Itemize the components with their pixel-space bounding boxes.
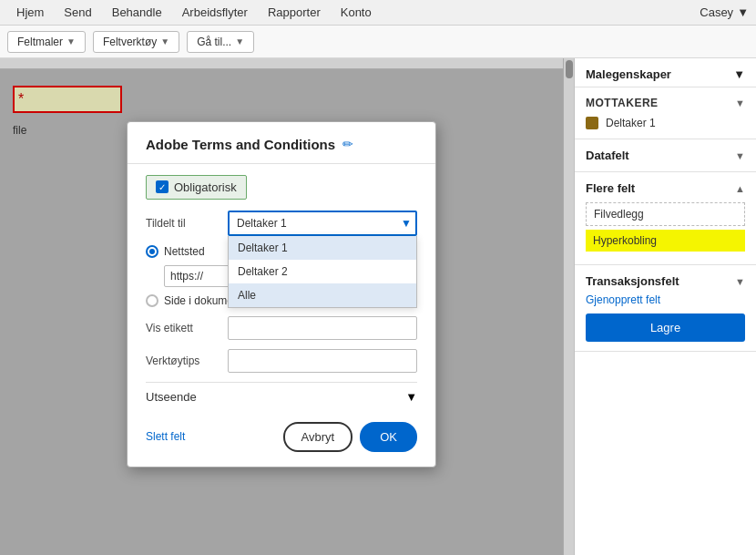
dropdown-menu: Deltaker 1 Deltaker 2 Alle (228, 236, 417, 308)
gaa-til-label: Gå til... (197, 36, 231, 48)
verktøytips-input[interactable] (228, 349, 417, 373)
mottaker1-color (586, 117, 598, 129)
scroll-bar-h[interactable] (0, 58, 563, 69)
nettsted-radio[interactable] (146, 245, 158, 258)
side-i-dokument-radio[interactable] (146, 294, 158, 307)
user-menu[interactable]: Casey ▼ (700, 5, 749, 19)
verktøytips-label: Verktøytips (146, 355, 219, 367)
menu-send[interactable]: Send (55, 2, 100, 23)
user-name: Casey (700, 5, 733, 19)
mottakere-header[interactable]: MOTTAKERE ▼ (586, 97, 745, 109)
feltverktoy-label: Feltverktøy (103, 36, 157, 48)
dropdown-item-deltaker1[interactable]: Deltaker 1 (229, 236, 416, 260)
button-group: Avbryt OK (283, 422, 417, 452)
menu-behandle[interactable]: Behandle (103, 2, 171, 23)
utseende-label: Utseende (146, 390, 197, 404)
scroll-thumb-v (566, 60, 573, 78)
menu-rapporter[interactable]: Rapporter (259, 2, 330, 23)
malegenskaper-label: Malegenskaper (586, 67, 671, 81)
tildelt-til-label: Tildelt til (146, 217, 219, 230)
utseende-row[interactable]: Utseende ▼ (146, 382, 417, 411)
menu-items: Hjem Send Behandle Arbeidsflyter Rapport… (7, 2, 381, 23)
flerfelt-section: Flere felt ▲ Filvedlegg Hyperkobling (575, 172, 756, 265)
verktøytips-row: Verktøytips (146, 349, 417, 373)
user-chevron-icon: ▼ (737, 5, 749, 19)
tildelt-til-row: Tildelt til Deltaker 1 ▼ Deltaker 1 Delt… (146, 211, 417, 236)
malegenskaper-section[interactable]: Malegenskaper ▼ (575, 58, 756, 87)
toolbar: Feltmaler ▼ Feltverktøy ▼ Gå til... ▼ (0, 26, 756, 58)
transaksjonfelt-header[interactable]: Transaksjonsfelt ▼ (586, 274, 745, 288)
transaksjonfelt-section: Transaksjonsfelt ▼ Gjenopprett felt Lagr… (575, 265, 756, 352)
malegenskaper-chevron-icon: ▼ (733, 67, 745, 81)
canvas-area: * file Adobe Terms and Conditions ✏ ✓ Ob… (0, 58, 574, 555)
nettsted-label: Nettsted (164, 245, 205, 258)
mottakere-chevron-icon: ▼ (735, 98, 745, 108)
flerfelt-items: Filvedlegg Hyperkobling (586, 202, 745, 252)
feltmaler-label: Feltmaler (17, 36, 63, 48)
ok-button[interactable]: OK (360, 422, 417, 452)
mottakere-section: MOTTAKERE ▼ Deltaker 1 (575, 87, 756, 139)
tildelt-til-control: Deltaker 1 ▼ Deltaker 1 Deltaker 2 Alle (228, 211, 417, 236)
utseende-chevron-icon: ▼ (405, 390, 417, 404)
feltverktoy-button[interactable]: Feltverktøy ▼ (93, 31, 179, 53)
main-area: * file Adobe Terms and Conditions ✏ ✓ Ob… (0, 58, 756, 555)
gjenopprett-link[interactable]: Gjenopprett felt (586, 293, 745, 306)
dropdown-item-deltaker2[interactable]: Deltaker 2 (229, 260, 416, 283)
dialog-footer: Slett felt Avbryt OK (128, 411, 435, 452)
datafelt-label: Datafelt (586, 149, 629, 162)
datafelt-section[interactable]: Datafelt ▼ (575, 139, 756, 172)
dialog: Adobe Terms and Conditions ✏ ✓ Obligator… (127, 121, 436, 468)
gaa-til-button[interactable]: Gå til... ▼ (187, 31, 254, 53)
dialog-title-bar: Adobe Terms and Conditions ✏ (128, 122, 435, 164)
radio-dot-inner (149, 249, 155, 254)
menu-hjem[interactable]: Hjem (7, 2, 53, 23)
dropdown-item-alle[interactable]: Alle (229, 283, 416, 307)
mottaker1-label: Deltaker 1 (606, 117, 656, 129)
edit-icon[interactable]: ✏ (342, 137, 353, 151)
obligatorisk-label: Obligatorisk (174, 180, 237, 194)
dialog-body: ✓ Obligatorisk Tildelt til Deltaker 1 ▼ (128, 164, 435, 411)
flerfelt-header[interactable]: Flere felt ▲ (586, 181, 745, 195)
obligatorisk-checkbox-row[interactable]: ✓ Obligatorisk (146, 175, 247, 200)
filvedlegg-item[interactable]: Filvedlegg (586, 202, 745, 226)
datafelt-chevron-icon: ▼ (735, 150, 745, 161)
vis-etikett-input[interactable] (228, 316, 417, 340)
menu-arbeidsflyter[interactable]: Arbeidsflyter (173, 2, 257, 23)
lagre-button[interactable]: Lagre (586, 313, 745, 342)
transaksjonfelt-chevron-icon: ▼ (735, 276, 745, 287)
right-panel: Malegenskaper ▼ MOTTAKERE ▼ Deltaker 1 D… (574, 58, 756, 555)
vis-etikett-label: Vis etikett (146, 322, 219, 334)
menu-bar: Hjem Send Behandle Arbeidsflyter Rapport… (0, 0, 756, 26)
obligatorisk-checkbox[interactable]: ✓ (156, 180, 169, 193)
slett-felt-button[interactable]: Slett felt (146, 430, 185, 443)
feltmaler-button[interactable]: Feltmaler ▼ (7, 31, 86, 53)
mottakere-title: MOTTAKERE (586, 97, 659, 109)
gaa-til-chevron-icon: ▼ (235, 36, 244, 46)
scroll-bar-v[interactable] (563, 58, 574, 555)
mottaker1-item[interactable]: Deltaker 1 (586, 117, 745, 129)
dialog-title: Adobe Terms and Conditions (146, 137, 335, 152)
hyperkobling-item[interactable]: Hyperkobling (586, 230, 745, 252)
avbryt-button[interactable]: Avbryt (283, 422, 353, 452)
flerfelt-title: Flere felt (586, 181, 635, 195)
transaksjonfelt-title: Transaksjonsfelt (586, 274, 679, 288)
menu-konto[interactable]: Konto (332, 2, 381, 23)
feltverktoy-chevron-icon: ▼ (160, 36, 169, 46)
dialog-overlay: Adobe Terms and Conditions ✏ ✓ Obligator… (0, 69, 563, 555)
tildelt-til-select[interactable]: Deltaker 1 (228, 211, 417, 236)
vis-etikett-row: Vis etikett (146, 316, 417, 340)
flerfelt-chevron-icon: ▲ (735, 183, 745, 194)
feltmaler-chevron-icon: ▼ (66, 36, 76, 46)
selected-option-text: Deltaker 1 (237, 217, 287, 230)
